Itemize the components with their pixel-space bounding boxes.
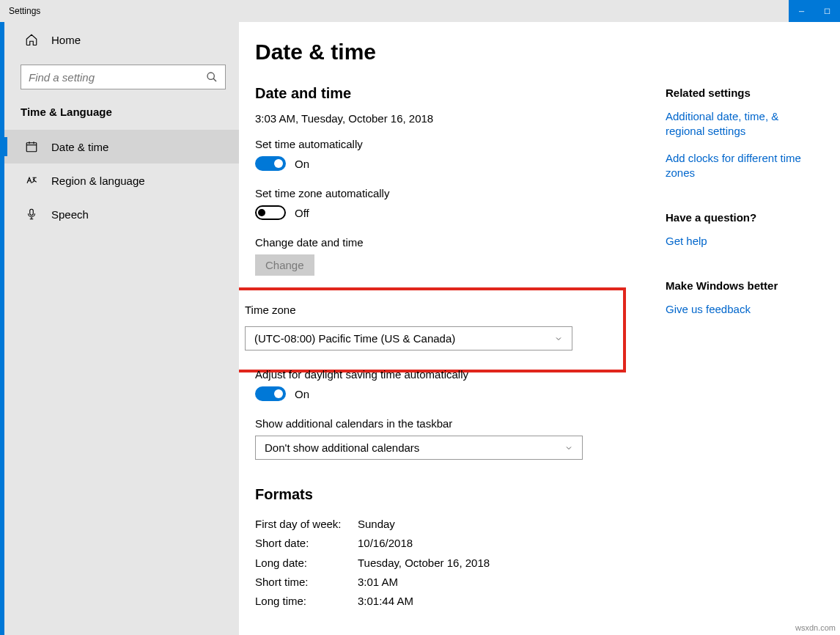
sidebar-item-label: Region & language [51,175,145,187]
language-icon [25,174,38,187]
svg-rect-2 [26,143,37,152]
format-row: Short time:3:01 AM [255,573,666,592]
current-datetime: 3:03 AM, Tuesday, October 16, 2018 [255,112,666,125]
format-row: Long time:3:01:44 AM [255,592,666,611]
svg-rect-6 [30,209,34,215]
set-tz-auto-toggle[interactable] [255,205,286,220]
format-row: First day of week:Sunday [255,515,666,534]
format-row: Long date:Tuesday, October 16, 2018 [255,554,666,573]
sidebar-item-label: Date & time [51,141,108,153]
svg-point-0 [207,73,214,79]
dst-toggle[interactable] [255,386,286,401]
link-add-clocks[interactable]: Add clocks for different time zones [666,151,819,181]
sidebar-item-speech[interactable]: Speech [4,197,239,231]
settings-column: Date and time 3:03 AM, Tuesday, October … [255,85,666,611]
link-get-help[interactable]: Get help [666,234,819,249]
page-title: Date & time [255,40,840,65]
chevron-down-icon [554,334,563,343]
format-row: Short date:10/16/2018 [255,534,666,553]
addcal-label: Show additional calendars in the taskbar [255,417,666,430]
additional-calendars-dropdown[interactable]: Don't show additional calendars [255,436,583,460]
section-date-time: Date and time [255,85,666,102]
watermark: wsxdn.com [795,623,836,632]
set-time-auto-toggle[interactable] [255,156,286,171]
window-controls [789,0,840,22]
home-nav[interactable]: Home [4,22,239,57]
home-label: Home [51,34,81,46]
chevron-down-icon [564,444,573,452]
dropdown-value: Don't show additional calendars [265,441,419,454]
toggle-state: Off [295,207,309,219]
search-input[interactable] [29,71,197,84]
sidebar-heading: Time & Language [4,100,239,130]
sidebar-item-date-time[interactable]: Date & time [4,130,239,164]
change-dt-label: Change date and time [255,236,666,249]
highlight-annotation: Time zone (UTC-08:00) Pacific Time (US &… [239,287,626,372]
maximize-button[interactable] [814,0,840,22]
set-time-auto-label: Set time automatically [255,138,666,150]
minimize-button[interactable] [789,0,814,22]
home-icon [25,33,38,46]
timezone-dropdown[interactable]: (UTC-08:00) Pacific Time (US & Canada) [245,326,572,350]
dropdown-value: (UTC-08:00) Pacific Time (US & Canada) [254,332,455,345]
window-title: Settings [0,6,40,16]
timezone-label: Time zone [245,304,611,316]
link-feedback[interactable]: Give us feedback [666,302,819,317]
question-heading: Have a question? [666,211,819,224]
clock-icon [25,140,38,153]
better-heading: Make Windows better [666,279,819,292]
svg-line-1 [213,78,216,81]
search-box[interactable] [21,65,226,89]
dst-label: Adjust for daylight saving time automati… [255,368,666,381]
toggle-state: On [295,388,309,400]
section-formats: Formats [255,486,666,503]
search-icon [206,71,218,83]
set-tz-auto-label: Set time zone automatically [255,187,666,199]
change-button[interactable]: Change [255,254,314,276]
formats-table: First day of week:Sunday Short date:10/1… [255,515,666,611]
related-heading: Related settings [666,87,819,99]
sidebar-item-label: Speech [51,208,89,221]
main-content: Date & time Date and time 3:03 AM, Tuesd… [239,22,840,635]
related-column: Related settings Additional date, time, … [666,85,819,611]
microphone-icon [25,208,38,221]
toggle-state: On [295,158,309,170]
link-additional-settings[interactable]: Additional date, time, & regional settin… [666,109,819,139]
titlebar: Settings [0,0,840,22]
sidebar: Home Time & Language Date & time Region … [0,22,239,635]
sidebar-item-region-language[interactable]: Region & language [4,164,239,197]
